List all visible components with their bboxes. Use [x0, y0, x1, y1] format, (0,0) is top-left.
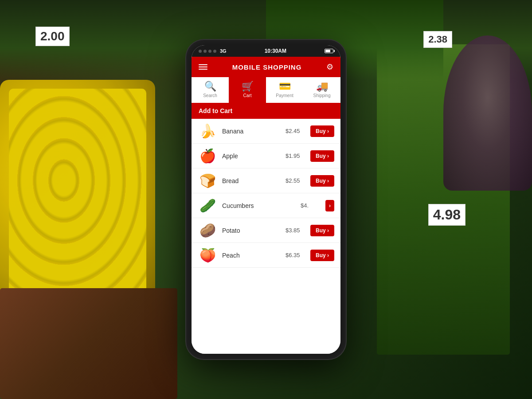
- price-tag-2: 2.38: [423, 31, 452, 48]
- app-header: MOBILE SHOPPING ⚙: [192, 57, 340, 77]
- product-item-cucumbers: 🥒 Cucumbers $4. ›: [192, 193, 340, 218]
- bread-buy-button[interactable]: Buy ›: [310, 175, 334, 187]
- bread-name: Bread: [222, 177, 281, 184]
- peach-buy-button[interactable]: Buy ›: [310, 250, 334, 261]
- app-title: MOBILE SHOPPING: [232, 63, 302, 71]
- potato-emoji: 🥔: [198, 223, 218, 238]
- bread-price: $2.55: [286, 177, 302, 184]
- tab-payment[interactable]: 💳 Payment: [266, 77, 303, 103]
- product-item-potato: 🥔 Potato $3.85 Buy ›: [192, 218, 340, 243]
- product-item-peach: 🍑 Peach $6.35 Buy ›: [192, 243, 340, 268]
- apple-buy-button[interactable]: Buy ›: [310, 150, 334, 162]
- peach-name: Peach: [222, 252, 281, 259]
- settings-icon[interactable]: ⚙: [326, 62, 333, 72]
- phone-wrapper: 3G 10:30AM MOBILE SHOPPING ⚙: [186, 40, 346, 359]
- apple-price: $1.95: [286, 153, 302, 159]
- cart-icon: 🛒: [242, 82, 254, 91]
- banana-price: $2.45: [286, 128, 302, 134]
- shipping-icon: 🚚: [316, 82, 328, 91]
- product-item-banana: 🍌 Banana $2.45 Buy ›: [192, 119, 340, 144]
- tab-shipping[interactable]: 🚚 Shipping: [303, 77, 340, 103]
- peach-price: $6.35: [286, 252, 302, 258]
- time-display: 10:30AM: [265, 48, 286, 54]
- battery-area: [325, 49, 333, 53]
- tab-cart[interactable]: 🛒 Cart: [229, 77, 266, 103]
- phone: 3G 10:30AM MOBILE SHOPPING ⚙: [186, 40, 346, 359]
- hamburger-line-2: [199, 66, 207, 67]
- network-label: 3G: [220, 48, 227, 54]
- potato-price: $3.85: [286, 227, 302, 234]
- apple-name: Apple: [222, 153, 281, 160]
- tab-payment-label: Payment: [276, 93, 293, 98]
- banana-buy-button[interactable]: Buy ›: [310, 125, 334, 137]
- bread-emoji: 🍞: [198, 173, 218, 188]
- signal-dot-1: [199, 50, 202, 53]
- tab-cart-label: Cart: [243, 93, 252, 98]
- cucumber-price: $4.: [301, 202, 317, 209]
- tab-shipping-label: Shipping: [313, 93, 331, 98]
- battery-icon: [325, 49, 333, 53]
- status-bar: 3G 10:30AM: [192, 45, 340, 57]
- apple-emoji: 🍎: [198, 148, 218, 164]
- hamburger-line-1: [199, 64, 207, 65]
- product-list: 🍌 Banana $2.45 Buy › 🍎 Apple $1.95 Buy ›…: [192, 119, 340, 354]
- payment-icon: 💳: [279, 82, 291, 91]
- tab-search-label: Search: [203, 93, 217, 98]
- peach-emoji: 🍑: [198, 247, 218, 263]
- section-header: Add to Cart: [192, 103, 340, 119]
- price-tag-1: 2.00: [35, 27, 70, 46]
- search-icon: 🔍: [204, 82, 216, 91]
- tab-search[interactable]: 🔍 Search: [192, 77, 229, 103]
- signal-dot-2: [203, 50, 207, 53]
- potato-name: Potato: [222, 227, 281, 234]
- signal-area: 3G: [199, 48, 227, 54]
- hamburger-menu[interactable]: [199, 64, 207, 70]
- cucumber-buy-button[interactable]: ›: [325, 200, 334, 211]
- signal-dot-4: [213, 50, 216, 53]
- bg-artichoke: [443, 35, 532, 191]
- hamburger-line-3: [199, 69, 207, 70]
- cucumber-emoji: 🥒: [198, 198, 218, 213]
- price-tag-3: 4.98: [428, 204, 466, 226]
- bg-lemons: [0, 80, 155, 301]
- product-item-bread: 🍞 Bread $2.55 Buy ›: [192, 168, 340, 193]
- bg-crates: [0, 288, 177, 399]
- battery-fill: [325, 50, 330, 52]
- banana-name: Banana: [222, 128, 281, 135]
- product-item-apple: 🍎 Apple $1.95 Buy ›: [192, 144, 340, 168]
- nav-tabs: 🔍 Search 🛒 Cart 💳 Payment 🚚 Shipping: [192, 77, 340, 103]
- signal-dot-3: [208, 50, 211, 53]
- potato-buy-button[interactable]: Buy ›: [310, 225, 334, 236]
- phone-screen: 3G 10:30AM MOBILE SHOPPING ⚙: [192, 45, 340, 354]
- cucumber-name: Cucumbers: [222, 202, 296, 209]
- banana-emoji: 🍌: [198, 123, 218, 139]
